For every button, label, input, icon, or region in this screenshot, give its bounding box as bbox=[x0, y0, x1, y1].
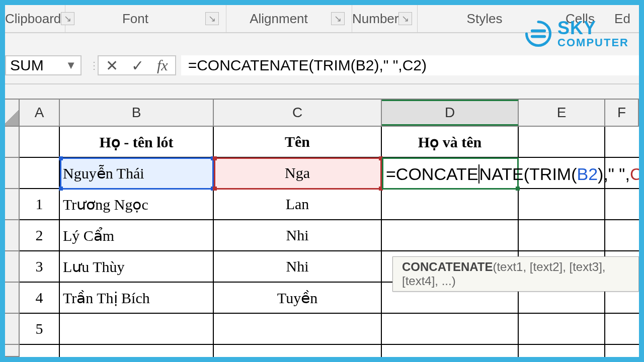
row-header[interactable] bbox=[5, 345, 20, 357]
cell[interactable] bbox=[382, 314, 519, 345]
select-all-corner[interactable] bbox=[5, 100, 20, 126]
ribbon-group-number: Number ↘ bbox=[352, 5, 418, 32]
cell[interactable]: Lưu Thùy bbox=[60, 251, 214, 283]
dialog-launcher-icon[interactable]: ↘ bbox=[331, 12, 345, 25]
cell[interactable]: 1 bbox=[20, 189, 60, 220]
cell[interactable]: Lý Cẩm bbox=[60, 220, 214, 251]
cell[interactable]: Tuyền bbox=[214, 283, 382, 314]
cell[interactable]: Trần Thị Bích bbox=[60, 283, 214, 314]
row-header[interactable] bbox=[5, 189, 20, 220]
cell[interactable] bbox=[214, 345, 382, 357]
name-box[interactable]: SUM ▼ bbox=[5, 55, 82, 75]
ribbon-group-clipboard: Clipboard ↘ bbox=[5, 5, 65, 32]
enter-icon[interactable]: ✓ bbox=[131, 57, 144, 74]
cell[interactable] bbox=[519, 345, 605, 357]
cell[interactable]: Họ và tên bbox=[382, 127, 519, 158]
formula-bar: SUM ▼ ⋮ ✕ ✓ fx =CONCATENATE(TRIM(B2)," "… bbox=[5, 47, 639, 84]
edit-ref-b: B2 bbox=[577, 164, 598, 184]
cancel-icon[interactable]: ✕ bbox=[106, 57, 118, 74]
cell[interactable] bbox=[60, 345, 214, 357]
row-header[interactable] bbox=[5, 314, 20, 345]
row-header[interactable] bbox=[5, 251, 20, 283]
cell[interactable]: Trương Ngọc bbox=[60, 189, 214, 220]
row-header[interactable] bbox=[5, 220, 20, 251]
formula-bar-buttons: ✕ ✓ fx bbox=[98, 55, 176, 75]
dialog-launcher-icon[interactable]: ↘ bbox=[205, 12, 219, 25]
cell[interactable] bbox=[519, 127, 605, 158]
cell[interactable]: 4 bbox=[20, 283, 60, 314]
cell[interactable] bbox=[382, 189, 519, 220]
cell[interactable]: Nga bbox=[214, 158, 382, 189]
edit-ref-c: C2 bbox=[630, 164, 644, 184]
ribbon-group-font: Font ↘ bbox=[65, 5, 226, 32]
tooltip-fn-name: CONCATENATE bbox=[402, 260, 493, 274]
cell[interactable] bbox=[60, 314, 214, 345]
ribbon-label: Alignment bbox=[226, 11, 331, 27]
name-box-value: SUM bbox=[10, 57, 65, 74]
cell[interactable]: 5 bbox=[20, 314, 60, 345]
cell[interactable]: Tên bbox=[214, 127, 382, 158]
cell[interactable] bbox=[382, 220, 519, 251]
edit-text: )," ", bbox=[598, 164, 630, 184]
edit-text: =CONCATE bbox=[386, 164, 478, 184]
column-headers: A B C D E F bbox=[5, 99, 639, 127]
cell[interactable]: Họ - tên lót bbox=[60, 127, 214, 158]
formula-input[interactable]: =CONCATENATE(TRIM(B2)," ",C2) bbox=[181, 55, 639, 75]
logo-text-computer: COMPUTER bbox=[557, 37, 629, 48]
col-header-f[interactable]: F bbox=[605, 100, 639, 126]
chevron-down-icon[interactable]: ▼ bbox=[65, 59, 76, 72]
cell-edit-overlay[interactable]: =CONCATENATE(TRIM(B2)," ",C2) bbox=[384, 160, 644, 188]
cell[interactable]: Nguyễn Thái bbox=[60, 158, 214, 189]
formula-text: =CONCATENATE(TRIM(B2)," ",C2) bbox=[188, 57, 427, 74]
dialog-launcher-icon[interactable]: ↘ bbox=[398, 12, 412, 25]
col-header-d[interactable]: D bbox=[382, 100, 519, 126]
cell[interactable] bbox=[605, 127, 639, 158]
cell[interactable] bbox=[382, 345, 519, 357]
ribbon-group-alignment: Alignment ↘ bbox=[226, 5, 352, 32]
cell[interactable] bbox=[605, 345, 639, 357]
cell[interactable] bbox=[605, 220, 639, 251]
table-row bbox=[5, 345, 639, 357]
cell[interactable] bbox=[20, 158, 60, 189]
col-header-b[interactable]: B bbox=[60, 100, 214, 126]
table-row: 5 bbox=[5, 314, 639, 345]
col-header-c[interactable]: C bbox=[214, 100, 382, 126]
fx-icon[interactable]: fx bbox=[157, 57, 168, 74]
cell[interactable] bbox=[519, 189, 605, 220]
col-header-a[interactable]: A bbox=[20, 100, 60, 126]
function-tooltip: CONCATENATE(text1, [text2], [text3], [te… bbox=[392, 256, 639, 292]
logo-text-sky: SKY bbox=[557, 19, 629, 37]
splitter-icon: ⋮ bbox=[91, 55, 98, 75]
ribbon-label: Number bbox=[352, 11, 398, 27]
logo-mark-icon bbox=[524, 20, 552, 48]
cell[interactable]: 2 bbox=[20, 220, 60, 251]
cell[interactable] bbox=[519, 220, 605, 251]
cell[interactable] bbox=[20, 345, 60, 357]
cell[interactable] bbox=[605, 189, 639, 220]
col-header-e[interactable]: E bbox=[519, 100, 605, 126]
ribbon-label: Clipboard bbox=[5, 11, 61, 27]
table-row: 1 Trương Ngọc Lan bbox=[5, 189, 639, 220]
cell[interactable] bbox=[214, 314, 382, 345]
spreadsheet-grid[interactable]: A B C D E F Họ - tên lót Tên Họ và tên N… bbox=[5, 99, 639, 358]
row-header[interactable] bbox=[5, 283, 20, 314]
brand-logo: SKY COMPUTER bbox=[524, 19, 629, 48]
cell[interactable]: Nhi bbox=[214, 220, 382, 251]
cell[interactable] bbox=[20, 127, 60, 158]
cell[interactable] bbox=[519, 314, 605, 345]
edit-text: NATE(TRIM( bbox=[479, 164, 577, 184]
table-row: Họ - tên lót Tên Họ và tên bbox=[5, 127, 639, 158]
cell[interactable]: Nhi bbox=[214, 251, 382, 283]
cell[interactable] bbox=[605, 314, 639, 345]
row-header[interactable] bbox=[5, 127, 20, 158]
table-row: 2 Lý Cẩm Nhi bbox=[5, 220, 639, 251]
row-header[interactable] bbox=[5, 158, 20, 189]
cell[interactable]: 3 bbox=[20, 251, 60, 283]
ribbon-label: Font bbox=[65, 11, 205, 27]
cell[interactable]: Lan bbox=[214, 189, 382, 220]
